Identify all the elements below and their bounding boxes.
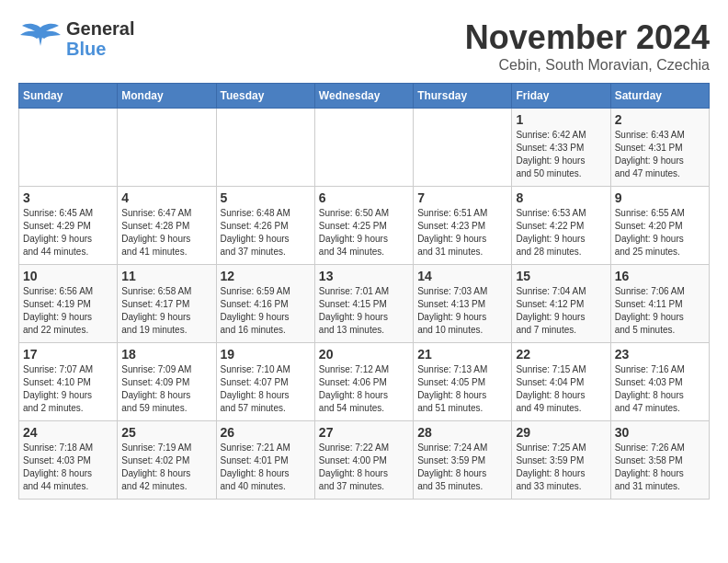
day-info: Sunrise: 7:16 AM Sunset: 4:03 PM Dayligh…	[615, 363, 705, 415]
weekday-header-wednesday: Wednesday	[314, 84, 413, 109]
calendar-cell: 5Sunrise: 6:48 AM Sunset: 4:26 PM Daylig…	[216, 187, 314, 265]
day-info: Sunrise: 7:04 AM Sunset: 4:12 PM Dayligh…	[516, 285, 606, 337]
calendar-cell: 6Sunrise: 6:50 AM Sunset: 4:25 PM Daylig…	[314, 187, 413, 265]
weekday-header-sunday: Sunday	[19, 84, 118, 109]
day-number: 2	[615, 112, 705, 127]
calendar-cell: 20Sunrise: 7:12 AM Sunset: 4:06 PM Dayli…	[314, 343, 413, 421]
logo: General Blue	[18, 18, 134, 59]
calendar-cell: 9Sunrise: 6:55 AM Sunset: 4:20 PM Daylig…	[610, 187, 709, 265]
calendar-cell	[414, 109, 512, 187]
day-number: 9	[615, 190, 705, 205]
day-number: 17	[23, 347, 113, 362]
day-number: 21	[417, 347, 507, 362]
day-info: Sunrise: 7:18 AM Sunset: 4:03 PM Dayligh…	[23, 442, 113, 493]
day-number: 20	[319, 347, 409, 362]
day-info: Sunrise: 7:03 AM Sunset: 4:13 PM Dayligh…	[417, 285, 507, 337]
day-info: Sunrise: 7:26 AM Sunset: 3:58 PM Dayligh…	[615, 442, 705, 493]
day-number: 25	[121, 425, 211, 440]
day-number: 13	[319, 269, 409, 283]
logo-icon	[18, 20, 63, 57]
calendar-cell: 15Sunrise: 7:04 AM Sunset: 4:12 PM Dayli…	[512, 265, 610, 343]
calendar-cell: 2Sunrise: 6:43 AM Sunset: 4:31 PM Daylig…	[610, 109, 709, 187]
weekday-header-friday: Friday	[512, 84, 610, 109]
day-number: 15	[516, 269, 606, 283]
day-number: 10	[23, 269, 113, 283]
day-info: Sunrise: 7:09 AM Sunset: 4:09 PM Dayligh…	[121, 363, 211, 415]
day-number: 1	[516, 112, 606, 127]
weekday-header-thursday: Thursday	[414, 84, 512, 109]
day-number: 16	[615, 269, 705, 283]
day-info: Sunrise: 7:06 AM Sunset: 4:11 PM Dayligh…	[615, 285, 705, 337]
day-info: Sunrise: 7:21 AM Sunset: 4:01 PM Dayligh…	[221, 442, 311, 493]
day-info: Sunrise: 7:15 AM Sunset: 4:04 PM Dayligh…	[516, 363, 606, 415]
month-title: November 2024	[465, 18, 710, 57]
calendar-cell: 29Sunrise: 7:25 AM Sunset: 3:59 PM Dayli…	[512, 421, 610, 500]
day-info: Sunrise: 6:42 AM Sunset: 4:33 PM Dayligh…	[516, 129, 606, 180]
week-row-2: 3Sunrise: 6:45 AM Sunset: 4:29 PM Daylig…	[19, 187, 710, 265]
week-row-4: 17Sunrise: 7:07 AM Sunset: 4:10 PM Dayli…	[19, 343, 710, 421]
calendar-cell: 12Sunrise: 6:59 AM Sunset: 4:16 PM Dayli…	[216, 265, 314, 343]
calendar-cell: 3Sunrise: 6:45 AM Sunset: 4:29 PM Daylig…	[19, 187, 118, 265]
calendar-cell: 19Sunrise: 7:10 AM Sunset: 4:07 PM Dayli…	[216, 343, 314, 421]
calendar-cell: 23Sunrise: 7:16 AM Sunset: 4:03 PM Dayli…	[610, 343, 709, 421]
day-info: Sunrise: 7:01 AM Sunset: 4:15 PM Dayligh…	[319, 285, 409, 337]
calendar-cell: 26Sunrise: 7:21 AM Sunset: 4:01 PM Dayli…	[216, 421, 314, 500]
calendar-cell: 22Sunrise: 7:15 AM Sunset: 4:04 PM Dayli…	[512, 343, 610, 421]
calendar-cell	[216, 109, 314, 187]
calendar-cell: 24Sunrise: 7:18 AM Sunset: 4:03 PM Dayli…	[19, 421, 118, 500]
day-info: Sunrise: 6:53 AM Sunset: 4:22 PM Dayligh…	[516, 207, 606, 259]
weekday-header-saturday: Saturday	[610, 84, 709, 109]
calendar-cell: 4Sunrise: 6:47 AM Sunset: 4:28 PM Daylig…	[118, 187, 216, 265]
day-info: Sunrise: 6:48 AM Sunset: 4:26 PM Dayligh…	[221, 207, 311, 259]
logo-text: General	[66, 18, 134, 39]
calendar-cell: 11Sunrise: 6:58 AM Sunset: 4:17 PM Dayli…	[118, 265, 216, 343]
day-number: 27	[319, 425, 409, 440]
calendar-cell: 25Sunrise: 7:19 AM Sunset: 4:02 PM Dayli…	[118, 421, 216, 500]
calendar-cell	[19, 109, 118, 187]
day-info: Sunrise: 6:59 AM Sunset: 4:16 PM Dayligh…	[221, 285, 311, 337]
calendar-cell: 27Sunrise: 7:22 AM Sunset: 4:00 PM Dayli…	[314, 421, 413, 500]
calendar-cell: 7Sunrise: 6:51 AM Sunset: 4:23 PM Daylig…	[414, 187, 512, 265]
weekday-header-row: SundayMondayTuesdayWednesdayThursdayFrid…	[19, 84, 710, 109]
calendar-cell: 17Sunrise: 7:07 AM Sunset: 4:10 PM Dayli…	[19, 343, 118, 421]
day-number: 30	[615, 425, 705, 440]
week-row-5: 24Sunrise: 7:18 AM Sunset: 4:03 PM Dayli…	[19, 421, 710, 500]
calendar-table: SundayMondayTuesdayWednesdayThursdayFrid…	[18, 83, 710, 500]
day-number: 11	[121, 269, 211, 283]
calendar-cell: 28Sunrise: 7:24 AM Sunset: 3:59 PM Dayli…	[414, 421, 512, 500]
day-info: Sunrise: 6:47 AM Sunset: 4:28 PM Dayligh…	[121, 207, 211, 259]
day-info: Sunrise: 7:25 AM Sunset: 3:59 PM Dayligh…	[516, 442, 606, 493]
day-number: 4	[121, 190, 211, 205]
day-number: 14	[417, 269, 507, 283]
day-info: Sunrise: 7:12 AM Sunset: 4:06 PM Dayligh…	[319, 363, 409, 415]
logo-text2: Blue	[66, 39, 134, 59]
calendar-cell: 8Sunrise: 6:53 AM Sunset: 4:22 PM Daylig…	[512, 187, 610, 265]
day-number: 7	[417, 190, 507, 205]
day-number: 24	[23, 425, 113, 440]
day-number: 3	[23, 190, 113, 205]
day-number: 22	[516, 347, 606, 362]
day-number: 28	[417, 425, 507, 440]
weekday-header-monday: Monday	[118, 84, 216, 109]
day-info: Sunrise: 7:07 AM Sunset: 4:10 PM Dayligh…	[23, 363, 113, 415]
day-info: Sunrise: 6:56 AM Sunset: 4:19 PM Dayligh…	[23, 285, 113, 337]
day-info: Sunrise: 7:22 AM Sunset: 4:00 PM Dayligh…	[319, 442, 409, 493]
day-number: 19	[221, 347, 311, 362]
day-number: 26	[221, 425, 311, 440]
day-info: Sunrise: 6:51 AM Sunset: 4:23 PM Dayligh…	[417, 207, 507, 259]
calendar-cell: 21Sunrise: 7:13 AM Sunset: 4:05 PM Dayli…	[414, 343, 512, 421]
day-number: 29	[516, 425, 606, 440]
calendar-cell	[118, 109, 216, 187]
day-info: Sunrise: 6:50 AM Sunset: 4:25 PM Dayligh…	[319, 207, 409, 259]
day-info: Sunrise: 6:45 AM Sunset: 4:29 PM Dayligh…	[23, 207, 113, 259]
day-info: Sunrise: 6:55 AM Sunset: 4:20 PM Dayligh…	[615, 207, 705, 259]
day-number: 5	[221, 190, 311, 205]
calendar-cell: 16Sunrise: 7:06 AM Sunset: 4:11 PM Dayli…	[610, 265, 709, 343]
calendar-cell: 13Sunrise: 7:01 AM Sunset: 4:15 PM Dayli…	[314, 265, 413, 343]
day-info: Sunrise: 6:58 AM Sunset: 4:17 PM Dayligh…	[121, 285, 211, 337]
location-subtitle: Cebin, South Moravian, Czechia	[465, 57, 710, 74]
day-info: Sunrise: 7:10 AM Sunset: 4:07 PM Dayligh…	[221, 363, 311, 415]
day-number: 8	[516, 190, 606, 205]
day-number: 18	[121, 347, 211, 362]
page-header: General Blue November 2024 Cebin, South …	[18, 18, 710, 74]
